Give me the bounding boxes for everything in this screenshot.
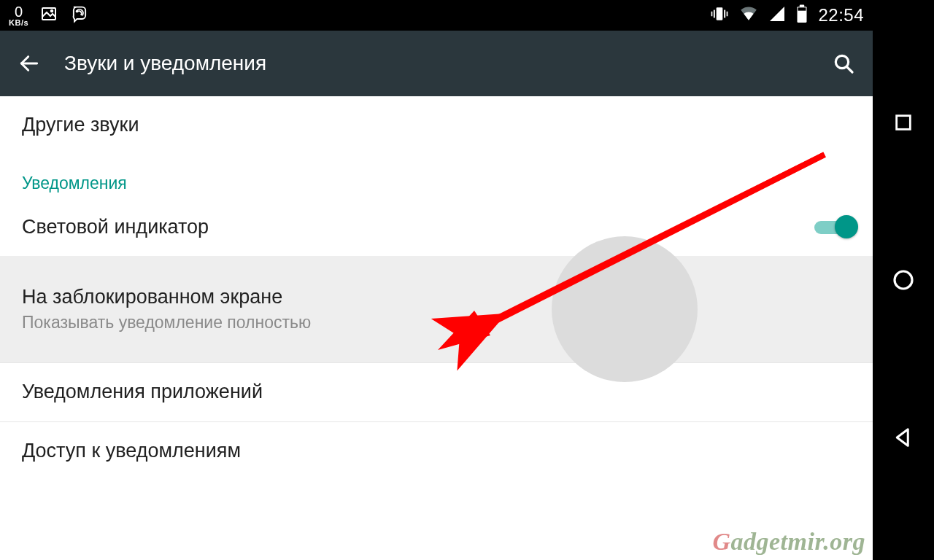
search-button[interactable] [829, 49, 858, 78]
back-button[interactable] [15, 49, 44, 78]
svg-rect-7 [727, 11, 728, 16]
row-label: Доступ к уведомлениям [22, 440, 241, 462]
svg-rect-5 [725, 9, 726, 18]
row-label: Уведомления приложений [22, 381, 263, 402]
row-label: Другие звуки [22, 114, 139, 136]
network-speed-value: 0 [15, 4, 23, 19]
switch-thumb [835, 215, 858, 238]
battery-icon [796, 4, 808, 27]
row-lock-screen[interactable]: На заблокированном экране Показывать уве… [0, 257, 873, 362]
row-sublabel: Показывать уведомление полностью [22, 313, 851, 332]
svg-rect-10 [798, 7, 806, 10]
recent-apps-button[interactable] [890, 109, 916, 136]
svg-point-1 [51, 9, 53, 12]
wifi-icon [739, 4, 758, 27]
watermark: Gadgetmir.org [712, 528, 865, 556]
section-notifications-header: Уведомления [0, 155, 873, 198]
status-clock: 22:54 [818, 5, 864, 26]
page-title: Звуки и уведомления [64, 52, 266, 75]
signal-icon [768, 5, 786, 26]
row-label: Световой индикатор [22, 216, 209, 238]
row-notification-access[interactable]: Доступ к уведомлениям [0, 422, 873, 481]
watermark-g: G [712, 528, 730, 555]
pulse-light-switch[interactable] [814, 215, 855, 238]
row-label: На заблокированном экране [22, 286, 851, 308]
status-bar: 0 KB/s [0, 0, 873, 31]
screen-area: 0 KB/s [0, 0, 873, 560]
status-bar-right: 22:54 [710, 4, 864, 27]
svg-point-18 [895, 271, 912, 289]
image-icon [40, 5, 58, 26]
watermark-rest: adgetmir.org [730, 528, 865, 555]
svg-rect-4 [714, 9, 715, 18]
row-app-notifications[interactable]: Уведомления приложений [0, 363, 873, 421]
vibrate-icon [710, 4, 729, 27]
home-button[interactable] [890, 267, 916, 293]
svg-rect-3 [717, 7, 723, 20]
svg-rect-9 [800, 4, 805, 7]
row-pulse-light[interactable]: Световой индикатор [0, 198, 873, 257]
back-nav-button[interactable] [890, 424, 916, 451]
svg-point-2 [77, 10, 78, 12]
app-bar: Звуки и уведомления [0, 31, 873, 96]
network-speed-indicator: 0 KB/s [9, 4, 28, 27]
svg-line-13 [846, 66, 852, 72]
svg-rect-6 [711, 11, 713, 16]
system-nav-bar [873, 0, 934, 560]
viber-icon [69, 4, 90, 28]
row-other-sounds[interactable]: Другие звуки [0, 96, 873, 155]
status-bar-left: 0 KB/s [9, 4, 90, 28]
svg-rect-17 [897, 116, 911, 130]
network-speed-unit: KB/s [9, 19, 28, 27]
settings-list: Другие звуки Уведомления Световой индика… [0, 96, 873, 560]
